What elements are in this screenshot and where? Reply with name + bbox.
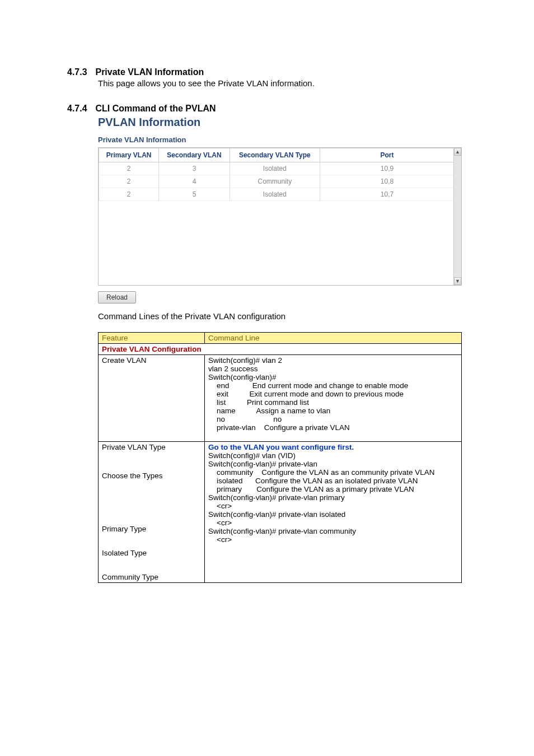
table-row: 2 4 Community 10,8 — [99, 175, 455, 188]
cli-output: Switch(config-vlan)# private-vlan commun… — [208, 460, 458, 493]
cli-output: Switch(config-vlan)# private-vlan isolat… — [208, 510, 458, 527]
table-row: Private VLAN Type Choose the Types Prima… — [99, 441, 462, 582]
scrollbar[interactable]: ▲ ▼ — [453, 148, 461, 285]
cmd-col-feature: Feature — [99, 332, 205, 343]
section-number: 4.7.3 — [67, 67, 93, 77]
section-title: Private VLAN Information — [95, 67, 204, 77]
command-cell: Go to the VLAN you want configure first.… — [205, 441, 462, 582]
panel-subtitle: Private VLAN Information — [98, 136, 467, 144]
cell: 5 — [159, 188, 229, 201]
cli-output: Switch(config-vlan)# private-vlan primar… — [208, 493, 458, 510]
pvlan-info-panel: Primary VLAN Secondary VLAN Secondary VL… — [98, 147, 462, 286]
feature-label: Isolated Type — [102, 549, 201, 557]
cell: Community — [229, 175, 320, 188]
cell: 2 — [99, 162, 159, 175]
cell: 2 — [99, 188, 159, 201]
cmd-section-header: Private VLAN Configuration — [99, 343, 462, 354]
col-port: Port — [320, 148, 455, 162]
feature-cell: Private VLAN Type Choose the Types Prima… — [99, 441, 205, 582]
table-spacer — [99, 201, 455, 285]
cell: 2 — [99, 175, 159, 188]
feature-label: Primary Type — [102, 525, 201, 533]
section-title: CLI Command of the PVLAN — [95, 104, 216, 113]
panel-title: PVLAN Information — [98, 116, 467, 129]
section-4-7-3-heading: 4.7.3 Private VLAN Information — [67, 67, 467, 77]
command-lines-caption: Command Lines of the Private VLAN config… — [98, 311, 467, 321]
feature-label: Choose the Types — [102, 472, 201, 480]
table-row: Create VLAN Switch(config)# vlan 2 vlan … — [99, 354, 462, 441]
scroll-down-icon[interactable]: ▼ — [454, 277, 461, 285]
reload-button[interactable]: Reload — [98, 291, 136, 304]
table-row: 2 3 Isolated 10,9 — [99, 162, 455, 175]
cli-output: Switch(config)# vlan (VID) — [208, 451, 458, 460]
cell: 10,9 — [320, 162, 455, 175]
cell: Isolated — [229, 188, 320, 201]
command-table: Feature Command Line Private VLAN Config… — [98, 332, 462, 583]
section-4-7-4-heading: 4.7.4 CLI Command of the PVLAN — [67, 104, 467, 114]
cmd-col-command-line: Command Line — [205, 332, 462, 343]
cell: 10,8 — [320, 175, 455, 188]
command-cell: Switch(config)# vlan 2 vlan 2 success Sw… — [205, 354, 462, 441]
section-number: 4.7.4 — [67, 104, 93, 114]
scroll-up-icon[interactable]: ▲ — [454, 148, 461, 156]
feature-label: Community Type — [102, 573, 201, 581]
table-row: 2 5 Isolated 10,7 — [99, 188, 455, 201]
hint-text: Go to the VLAN you want configure first. — [208, 443, 354, 451]
col-secondary-vlan: Secondary VLAN — [159, 148, 229, 162]
col-secondary-vlan-type: Secondary VLAN Type — [229, 148, 320, 162]
feature-label: Private VLAN Type — [102, 443, 201, 451]
cell: Isolated — [229, 162, 320, 175]
cell: 3 — [159, 162, 229, 175]
cell: 10,7 — [320, 188, 455, 201]
feature-cell: Create VLAN — [99, 354, 205, 441]
col-primary-vlan: Primary VLAN — [99, 148, 159, 162]
pvlan-info-table: Primary VLAN Secondary VLAN Secondary VL… — [99, 148, 455, 285]
cli-output: Switch(config-vlan)# private-vlan commun… — [208, 527, 458, 544]
cell: 4 — [159, 175, 229, 188]
section-4-7-3-body: This page allows you to see the Private … — [98, 78, 467, 88]
